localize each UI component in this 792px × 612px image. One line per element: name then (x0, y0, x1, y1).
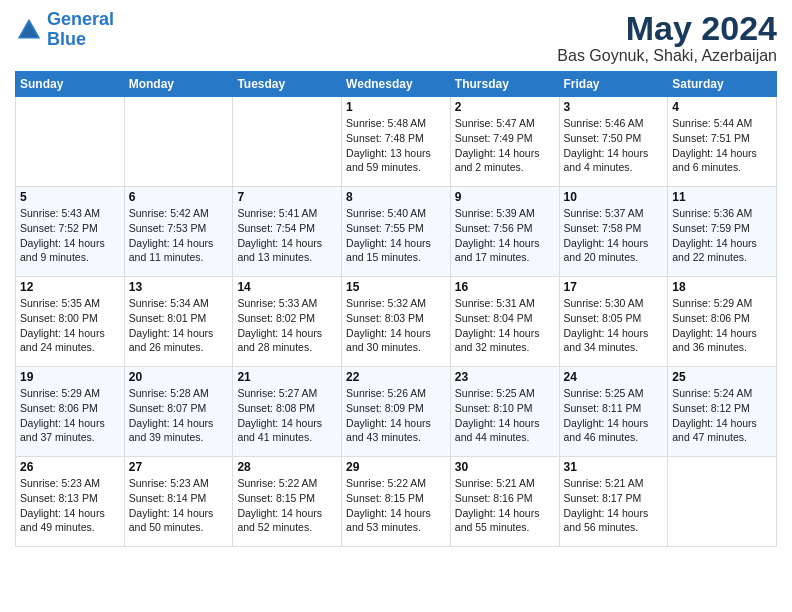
calendar-cell (124, 97, 233, 187)
cell-content: Sunrise: 5:29 AMSunset: 8:06 PMDaylight:… (20, 386, 120, 445)
calendar-cell: 18Sunrise: 5:29 AMSunset: 8:06 PMDayligh… (668, 277, 777, 367)
day-number: 24 (564, 370, 664, 384)
main-title: May 2024 (557, 10, 777, 47)
cell-content: Sunrise: 5:31 AMSunset: 8:04 PMDaylight:… (455, 296, 555, 355)
page-header: General Blue May 2024 Bas Goynuk, Shaki,… (15, 10, 777, 65)
cell-content: Sunrise: 5:37 AMSunset: 7:58 PMDaylight:… (564, 206, 664, 265)
cell-content: Sunrise: 5:26 AMSunset: 8:09 PMDaylight:… (346, 386, 446, 445)
calendar-cell: 9Sunrise: 5:39 AMSunset: 7:56 PMDaylight… (450, 187, 559, 277)
cell-content: Sunrise: 5:46 AMSunset: 7:50 PMDaylight:… (564, 116, 664, 175)
cell-content: Sunrise: 5:35 AMSunset: 8:00 PMDaylight:… (20, 296, 120, 355)
calendar-cell: 25Sunrise: 5:24 AMSunset: 8:12 PMDayligh… (668, 367, 777, 457)
day-number: 22 (346, 370, 446, 384)
calendar-cell: 29Sunrise: 5:22 AMSunset: 8:15 PMDayligh… (342, 457, 451, 547)
calendar-cell: 14Sunrise: 5:33 AMSunset: 8:02 PMDayligh… (233, 277, 342, 367)
calendar-cell: 30Sunrise: 5:21 AMSunset: 8:16 PMDayligh… (450, 457, 559, 547)
weekday-header-wednesday: Wednesday (342, 72, 451, 97)
cell-content: Sunrise: 5:48 AMSunset: 7:48 PMDaylight:… (346, 116, 446, 175)
calendar-cell: 3Sunrise: 5:46 AMSunset: 7:50 PMDaylight… (559, 97, 668, 187)
cell-content: Sunrise: 5:21 AMSunset: 8:17 PMDaylight:… (564, 476, 664, 535)
day-number: 26 (20, 460, 120, 474)
calendar-cell: 20Sunrise: 5:28 AMSunset: 8:07 PMDayligh… (124, 367, 233, 457)
day-number: 1 (346, 100, 446, 114)
day-number: 5 (20, 190, 120, 204)
day-number: 17 (564, 280, 664, 294)
cell-content: Sunrise: 5:47 AMSunset: 7:49 PMDaylight:… (455, 116, 555, 175)
calendar-cell: 12Sunrise: 5:35 AMSunset: 8:00 PMDayligh… (16, 277, 125, 367)
logo-text: General Blue (47, 10, 114, 50)
cell-content: Sunrise: 5:27 AMSunset: 8:08 PMDaylight:… (237, 386, 337, 445)
day-number: 27 (129, 460, 229, 474)
day-number: 12 (20, 280, 120, 294)
calendar-body: 1Sunrise: 5:48 AMSunset: 7:48 PMDaylight… (16, 97, 777, 547)
calendar-cell: 26Sunrise: 5:23 AMSunset: 8:13 PMDayligh… (16, 457, 125, 547)
day-number: 14 (237, 280, 337, 294)
cell-content: Sunrise: 5:24 AMSunset: 8:12 PMDaylight:… (672, 386, 772, 445)
cell-content: Sunrise: 5:32 AMSunset: 8:03 PMDaylight:… (346, 296, 446, 355)
day-number: 7 (237, 190, 337, 204)
cell-content: Sunrise: 5:23 AMSunset: 8:13 PMDaylight:… (20, 476, 120, 535)
day-number: 6 (129, 190, 229, 204)
calendar-cell: 27Sunrise: 5:23 AMSunset: 8:14 PMDayligh… (124, 457, 233, 547)
logo-icon (15, 16, 43, 44)
weekday-header-friday: Friday (559, 72, 668, 97)
cell-content: Sunrise: 5:36 AMSunset: 7:59 PMDaylight:… (672, 206, 772, 265)
calendar-cell: 2Sunrise: 5:47 AMSunset: 7:49 PMDaylight… (450, 97, 559, 187)
calendar-cell: 21Sunrise: 5:27 AMSunset: 8:08 PMDayligh… (233, 367, 342, 457)
cell-content: Sunrise: 5:28 AMSunset: 8:07 PMDaylight:… (129, 386, 229, 445)
day-number: 13 (129, 280, 229, 294)
cell-content: Sunrise: 5:33 AMSunset: 8:02 PMDaylight:… (237, 296, 337, 355)
day-number: 9 (455, 190, 555, 204)
calendar-week-4: 19Sunrise: 5:29 AMSunset: 8:06 PMDayligh… (16, 367, 777, 457)
weekday-header-saturday: Saturday (668, 72, 777, 97)
day-number: 8 (346, 190, 446, 204)
day-number: 2 (455, 100, 555, 114)
cell-content: Sunrise: 5:22 AMSunset: 8:15 PMDaylight:… (346, 476, 446, 535)
day-number: 18 (672, 280, 772, 294)
day-number: 25 (672, 370, 772, 384)
cell-content: Sunrise: 5:42 AMSunset: 7:53 PMDaylight:… (129, 206, 229, 265)
cell-content: Sunrise: 5:39 AMSunset: 7:56 PMDaylight:… (455, 206, 555, 265)
cell-content: Sunrise: 5:41 AMSunset: 7:54 PMDaylight:… (237, 206, 337, 265)
calendar-week-3: 12Sunrise: 5:35 AMSunset: 8:00 PMDayligh… (16, 277, 777, 367)
day-number: 28 (237, 460, 337, 474)
day-number: 11 (672, 190, 772, 204)
calendar-cell: 4Sunrise: 5:44 AMSunset: 7:51 PMDaylight… (668, 97, 777, 187)
cell-content: Sunrise: 5:30 AMSunset: 8:05 PMDaylight:… (564, 296, 664, 355)
calendar-cell: 31Sunrise: 5:21 AMSunset: 8:17 PMDayligh… (559, 457, 668, 547)
calendar-cell: 11Sunrise: 5:36 AMSunset: 7:59 PMDayligh… (668, 187, 777, 277)
calendar-cell (233, 97, 342, 187)
calendar-cell: 22Sunrise: 5:26 AMSunset: 8:09 PMDayligh… (342, 367, 451, 457)
weekday-header-tuesday: Tuesday (233, 72, 342, 97)
logo: General Blue (15, 10, 114, 50)
calendar-cell (16, 97, 125, 187)
calendar-cell: 16Sunrise: 5:31 AMSunset: 8:04 PMDayligh… (450, 277, 559, 367)
weekday-header-thursday: Thursday (450, 72, 559, 97)
cell-content: Sunrise: 5:40 AMSunset: 7:55 PMDaylight:… (346, 206, 446, 265)
cell-content: Sunrise: 5:44 AMSunset: 7:51 PMDaylight:… (672, 116, 772, 175)
calendar-header: SundayMondayTuesdayWednesdayThursdayFrid… (16, 72, 777, 97)
calendar-cell: 17Sunrise: 5:30 AMSunset: 8:05 PMDayligh… (559, 277, 668, 367)
day-number: 16 (455, 280, 555, 294)
cell-content: Sunrise: 5:21 AMSunset: 8:16 PMDaylight:… (455, 476, 555, 535)
calendar-cell: 24Sunrise: 5:25 AMSunset: 8:11 PMDayligh… (559, 367, 668, 457)
weekday-header-monday: Monday (124, 72, 233, 97)
cell-content: Sunrise: 5:25 AMSunset: 8:11 PMDaylight:… (564, 386, 664, 445)
cell-content: Sunrise: 5:23 AMSunset: 8:14 PMDaylight:… (129, 476, 229, 535)
calendar-cell: 28Sunrise: 5:22 AMSunset: 8:15 PMDayligh… (233, 457, 342, 547)
calendar-cell: 13Sunrise: 5:34 AMSunset: 8:01 PMDayligh… (124, 277, 233, 367)
calendar-cell (668, 457, 777, 547)
title-block: May 2024 Bas Goynuk, Shaki, Azerbaijan (557, 10, 777, 65)
calendar-cell: 15Sunrise: 5:32 AMSunset: 8:03 PMDayligh… (342, 277, 451, 367)
day-number: 10 (564, 190, 664, 204)
calendar-cell: 6Sunrise: 5:42 AMSunset: 7:53 PMDaylight… (124, 187, 233, 277)
day-number: 29 (346, 460, 446, 474)
calendar-week-5: 26Sunrise: 5:23 AMSunset: 8:13 PMDayligh… (16, 457, 777, 547)
day-number: 15 (346, 280, 446, 294)
calendar-cell: 23Sunrise: 5:25 AMSunset: 8:10 PMDayligh… (450, 367, 559, 457)
cell-content: Sunrise: 5:22 AMSunset: 8:15 PMDaylight:… (237, 476, 337, 535)
day-number: 23 (455, 370, 555, 384)
subtitle: Bas Goynuk, Shaki, Azerbaijan (557, 47, 777, 65)
calendar-week-2: 5Sunrise: 5:43 AMSunset: 7:52 PMDaylight… (16, 187, 777, 277)
weekday-row: SundayMondayTuesdayWednesdayThursdayFrid… (16, 72, 777, 97)
